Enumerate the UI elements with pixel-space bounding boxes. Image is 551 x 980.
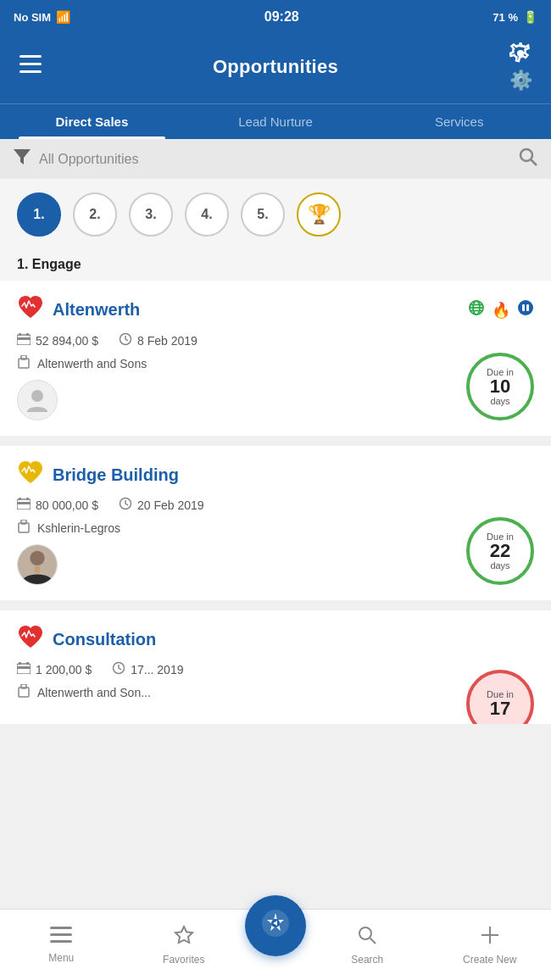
fab-icon	[260, 908, 291, 944]
company-icon	[17, 355, 31, 371]
filter-icon	[14, 149, 31, 169]
svg-rect-16	[17, 337, 31, 340]
time-display: 09:28	[264, 9, 299, 25]
app-header: Opportunities ⚙️	[0, 34, 551, 103]
create-new-label: Create New	[463, 954, 516, 966]
filter-label: All Opportunities	[39, 152, 510, 167]
bottom-tab-search[interactable]: Search	[306, 918, 429, 972]
date-icon	[119, 332, 132, 348]
fire-icon[interactable]: 🔥	[492, 301, 510, 320]
stage-btn-3[interactable]: 3.	[129, 192, 173, 237]
card-bridge-header: Bridge Building	[17, 461, 534, 488]
svg-rect-21	[21, 355, 26, 359]
create-new-icon	[480, 925, 500, 950]
card-bridge-amount: 80 000,00 $	[36, 498, 98, 512]
avatar-altenwerth	[17, 380, 58, 420]
tab-lead-nurture[interactable]: Lead Nurture	[184, 104, 368, 139]
carrier-label: No SIM	[14, 11, 51, 24]
filter-bar: All Opportunities	[0, 139, 551, 179]
svg-point-12	[518, 300, 533, 315]
svg-rect-44	[50, 940, 72, 943]
section-header: 1. Engage	[0, 250, 551, 281]
stage-btn-trophy[interactable]: 🏆	[297, 192, 341, 237]
svg-rect-17	[19, 333, 21, 336]
svg-point-5	[520, 149, 532, 161]
card-altenwerth-icons: 🔥	[468, 299, 534, 320]
card-altenwerth-company: Altenwerth and Sons	[37, 357, 147, 370]
svg-point-31	[30, 551, 44, 565]
status-right: 71 % 🔋	[493, 10, 537, 24]
tab-services[interactable]: Services	[367, 104, 551, 139]
avatar-bridge	[17, 544, 58, 585]
tab-direct-sales[interactable]: Direct Sales	[0, 104, 184, 139]
due-circle-consultation: Due in 17	[466, 670, 534, 724]
bottom-tab-menu[interactable]: Menu	[0, 920, 123, 971]
cards-container: Altenwerth 🔥	[0, 281, 551, 734]
svg-rect-36	[26, 662, 29, 665]
bottom-tab-favorites[interactable]: Favorites	[123, 918, 246, 972]
search-icon[interactable]	[519, 148, 537, 170]
card-consultation-amount: 1 200,00 $	[36, 663, 92, 677]
card-consultation-title: Consultation	[53, 630, 156, 649]
battery-icon: 🔋	[523, 10, 537, 24]
svg-rect-35	[19, 662, 21, 665]
card-consultation-header: Consultation	[17, 626, 534, 653]
stage-btn-4[interactable]: 4.	[185, 192, 229, 237]
company-icon-2	[17, 520, 31, 536]
svg-rect-0	[19, 55, 42, 58]
svg-marker-45	[175, 927, 192, 943]
page-title: Opportunities	[44, 56, 507, 78]
stage-selector: 1. 2. 3. 4. 5. 🏆	[0, 179, 551, 250]
tab-bar: Direct Sales Lead Nurture Services	[0, 103, 551, 139]
amount-icon	[17, 333, 31, 348]
svg-line-47	[370, 938, 376, 944]
svg-line-6	[532, 160, 537, 166]
company-icon-3	[17, 684, 31, 700]
svg-rect-39	[21, 684, 26, 688]
date-icon-3	[112, 661, 125, 677]
svg-marker-4	[14, 149, 31, 164]
amount-icon-2	[17, 498, 31, 512]
status-bar: No SIM 📶 09:28 71 % 🔋	[0, 0, 551, 34]
fab-button[interactable]	[245, 895, 306, 956]
search-label: Search	[351, 954, 383, 966]
svg-rect-1	[19, 63, 42, 65]
card-altenwerth[interactable]: Altenwerth 🔥	[0, 281, 551, 436]
svg-rect-18	[26, 333, 29, 336]
due-circle-bridge: Due in 22 days	[466, 517, 534, 585]
card-altenwerth-title: Altenwerth	[53, 300, 140, 320]
svg-rect-34	[17, 666, 31, 669]
stage-btn-2[interactable]: 2.	[73, 192, 117, 237]
card-consultation[interactable]: Consultation 1 200,00 $ 17... 2019 Alten…	[0, 610, 551, 724]
card-bridge-title: Bridge Building	[53, 465, 179, 485]
card-bridge-date: 20 Feb 2019	[137, 498, 204, 512]
bottom-tab-create-new[interactable]: Create New	[429, 918, 552, 972]
amount-icon-3	[17, 662, 31, 677]
card-altenwerth-amount: 52 894,00 $	[36, 334, 98, 348]
heart-icon-red-2	[17, 626, 44, 653]
svg-rect-42	[50, 927, 72, 929]
svg-rect-13	[522, 304, 525, 311]
settings-icon[interactable]: ⚙️	[507, 42, 534, 92]
date-icon-2	[119, 497, 132, 513]
card-altenwerth-date: 8 Feb 2019	[137, 334, 198, 348]
svg-rect-25	[19, 498, 21, 500]
stage-btn-1[interactable]: 1.	[17, 192, 61, 237]
list-icon[interactable]	[17, 55, 44, 79]
favorites-label: Favorites	[163, 954, 204, 966]
card-altenwerth-header: Altenwerth 🔥	[17, 296, 534, 324]
battery-label: 71 %	[493, 11, 518, 24]
card-consultation-company: Altenwerth and Son...	[37, 686, 151, 699]
pause-icon[interactable]	[517, 299, 534, 320]
due-circle-altenwerth: Due in 10 days	[466, 353, 534, 420]
svg-rect-24	[17, 502, 31, 504]
globe-icon[interactable]	[468, 299, 485, 320]
svg-rect-14	[526, 304, 529, 311]
stage-btn-5[interactable]: 5.	[241, 192, 285, 237]
card-bridge-company: Kshlerin-Legros	[37, 521, 120, 535]
card-bridge-building[interactable]: Bridge Building 80 000,00 $ 20 Feb 2019	[0, 446, 551, 600]
svg-point-46	[359, 927, 371, 939]
wifi-icon: 📶	[56, 10, 70, 24]
menu-label: Menu	[48, 952, 74, 964]
heart-icon-yellow	[17, 461, 44, 488]
